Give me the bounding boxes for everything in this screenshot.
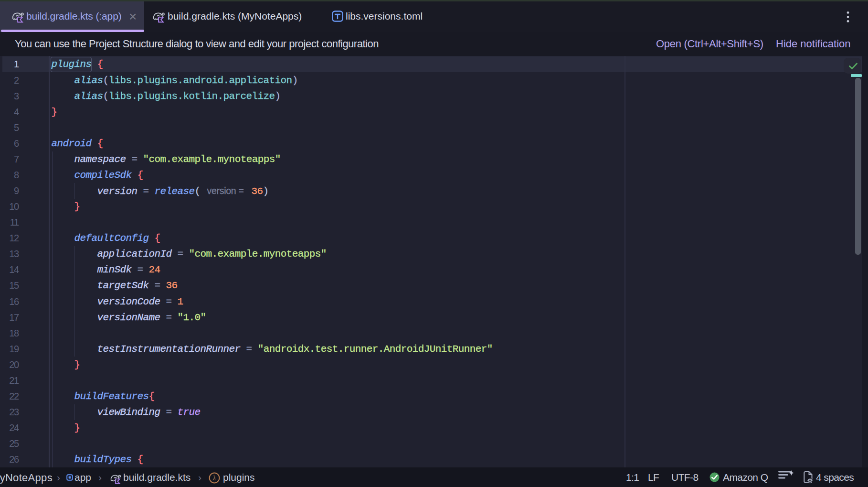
svg-text:λ: λ — [212, 474, 216, 482]
